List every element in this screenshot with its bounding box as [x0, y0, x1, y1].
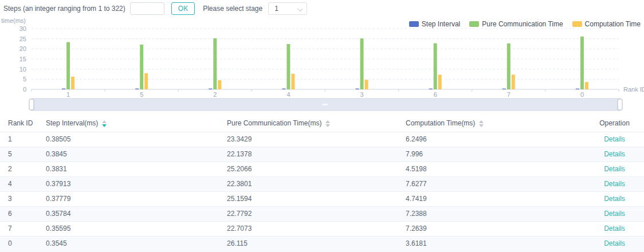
bar-step-interval[interactable]	[429, 89, 433, 89]
x-tick-label: 0	[580, 91, 584, 98]
table-cell: 0.38505	[46, 132, 227, 147]
operation-cell: Details	[585, 132, 644, 147]
table-header-row: Rank IDStep Interval(ms)Pure Communicati…	[0, 115, 644, 132]
table-cell: 7.996	[406, 147, 585, 162]
y-tick-label: 5	[23, 76, 26, 82]
bar-step-interval[interactable]	[576, 89, 579, 89]
details-link[interactable]: Details	[604, 210, 625, 218]
table-cell: 0	[0, 236, 46, 251]
bar-computation-time[interactable]	[144, 73, 148, 89]
column-header-step-interval-ms-[interactable]: Step Interval(ms)	[46, 115, 227, 132]
bar-pure-communication-time[interactable]	[434, 44, 437, 89]
x-axis-title: Rank ID	[623, 86, 644, 93]
table-cell: 22.3801	[227, 176, 406, 191]
table-cell: 25.1594	[227, 191, 406, 206]
stage-label: Please select stage	[203, 5, 262, 13]
caret-up-icon	[102, 120, 107, 123]
bar-pure-communication-time[interactable]	[580, 37, 584, 89]
table-row: 60.3578422.77927.2388Details	[0, 206, 644, 221]
bar-computation-time[interactable]	[71, 77, 74, 89]
details-link[interactable]: Details	[604, 135, 625, 143]
stage-select[interactable]: 1	[268, 2, 307, 15]
details-link[interactable]: Details	[604, 165, 625, 173]
bar-step-interval[interactable]	[135, 89, 139, 89]
caret-down-icon	[102, 124, 107, 127]
table-row: 70.3559522.70737.2639Details	[0, 221, 644, 236]
legend-item-step-interval[interactable]: Step Interval	[409, 20, 460, 28]
table-cell: 7.2639	[406, 221, 585, 236]
steps-input[interactable]	[130, 2, 164, 15]
bar-computation-time[interactable]	[291, 74, 294, 89]
table-cell: 0.3845	[46, 147, 227, 162]
table-cell: 0.37779	[46, 191, 227, 206]
table-cell: 7.2388	[406, 206, 585, 221]
bar-step-interval[interactable]	[62, 89, 65, 89]
bar-pure-communication-time[interactable]	[360, 38, 364, 89]
table-cell: 3	[0, 191, 46, 206]
operation-cell: Details	[585, 236, 644, 251]
legend-label: Computation Time	[585, 20, 641, 28]
column-header-label: Rank ID	[8, 119, 33, 127]
bar-computation-time[interactable]	[438, 74, 442, 89]
bar-step-interval[interactable]	[502, 89, 506, 89]
table-cell: 2	[0, 162, 46, 176]
operation-cell: Details	[585, 176, 644, 191]
caret-up-icon	[479, 120, 484, 123]
table-cell: 5	[0, 147, 46, 162]
legend-item-computation-time[interactable]: Computation Time	[572, 20, 641, 28]
column-header-label: Operation	[599, 119, 630, 127]
bar-computation-time[interactable]	[365, 80, 368, 89]
y-tick-label: 20	[19, 45, 26, 52]
bar-pure-communication-time[interactable]	[140, 45, 143, 89]
rank-table: Rank IDStep Interval(ms)Pure Communicati…	[0, 115, 644, 251]
bar-pure-communication-time[interactable]	[286, 44, 290, 89]
table-cell: 22.1378	[227, 147, 406, 162]
ok-button[interactable]: OK	[171, 2, 195, 15]
sort-caret-icon[interactable]	[102, 120, 107, 127]
y-tick-label: 30	[19, 25, 26, 32]
datazoom-handle-left[interactable]	[29, 99, 34, 110]
legend-swatch	[572, 21, 582, 27]
details-link[interactable]: Details	[604, 180, 625, 188]
y-tick-label: 0	[23, 86, 26, 93]
table-cell: 0.3545	[46, 236, 227, 251]
datazoom-handle-right[interactable]	[618, 99, 622, 110]
table-cell: 22.7792	[227, 206, 406, 221]
table-cell: 6.2496	[406, 132, 585, 147]
column-header-label: Pure Communication Time(ms)	[227, 119, 321, 127]
bar-step-interval[interactable]	[209, 89, 212, 89]
y-axis-title: time(ms)	[1, 17, 26, 24]
bar-pure-communication-time[interactable]	[507, 44, 511, 89]
sort-caret-icon[interactable]	[479, 120, 484, 127]
bar-pure-communication-time[interactable]	[213, 38, 217, 89]
legend-item-pure-communication-time[interactable]: Pure Communication Time	[469, 20, 563, 28]
table-row: 20.383125.20664.5198Details	[0, 162, 644, 176]
bar-computation-time[interactable]	[218, 80, 221, 89]
chevron-down-icon	[297, 6, 303, 11]
details-link[interactable]: Details	[604, 150, 625, 158]
table-body: 10.3850523.34296.2496Details50.384522.13…	[0, 132, 644, 251]
bar-computation-time[interactable]	[585, 82, 588, 89]
table-cell: 1	[0, 132, 46, 147]
table-cell: 7.6277	[406, 176, 585, 191]
bar-computation-time[interactable]	[512, 74, 515, 89]
x-tick-label: 6	[434, 91, 437, 98]
operation-cell: Details	[585, 147, 644, 162]
operation-cell: Details	[585, 206, 644, 221]
table-cell: 4	[0, 176, 46, 191]
table-cell: 25.2066	[227, 162, 406, 176]
bar-pure-communication-time[interactable]	[66, 42, 70, 89]
column-header-pure-communication-time-ms-[interactable]: Pure Communication Time(ms)	[227, 115, 406, 132]
sort-caret-icon[interactable]	[325, 120, 330, 127]
legend-label: Pure Communication Time	[482, 20, 563, 28]
table-cell: 3.6181	[406, 236, 585, 251]
column-header-computation-time-ms-[interactable]: Computation Time(ms)	[406, 115, 585, 132]
x-tick-label: 2	[213, 91, 217, 98]
details-link[interactable]: Details	[604, 225, 625, 233]
details-link[interactable]: Details	[604, 239, 625, 247]
bar-step-interval[interactable]	[282, 89, 285, 89]
bar-step-interval[interactable]	[356, 89, 359, 89]
table-cell: 22.7073	[227, 221, 406, 236]
table-cell: 0.37913	[46, 176, 227, 191]
details-link[interactable]: Details	[604, 195, 625, 203]
